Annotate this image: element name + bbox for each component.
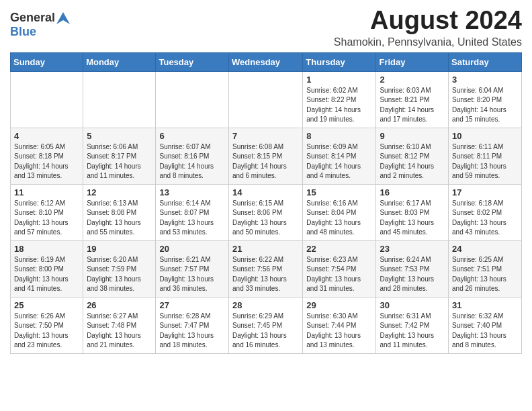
- calendar-cell-w2-d5: 8Sunrise: 6:09 AMSunset: 8:14 PMDaylight…: [303, 128, 376, 184]
- day-number: 12: [87, 187, 152, 197]
- day-number: 24: [452, 244, 518, 254]
- calendar-cell-w3-d6: 16Sunrise: 6:17 AMSunset: 8:03 PMDayligh…: [376, 184, 449, 240]
- week-row-4: 18Sunrise: 6:19 AMSunset: 8:00 PMDayligh…: [11, 240, 522, 297]
- day-info: Sunrise: 6:08 AMSunset: 8:15 PMDaylight:…: [232, 142, 299, 181]
- day-number: 21: [232, 244, 299, 254]
- day-info: Sunrise: 6:16 AMSunset: 8:04 PMDaylight:…: [306, 199, 372, 238]
- header-friday: Friday: [376, 52, 449, 71]
- logo: General Blue: [10, 11, 70, 39]
- header-sunday: Sunday: [11, 52, 83, 71]
- day-info: Sunrise: 6:12 AMSunset: 8:10 PMDaylight:…: [14, 199, 79, 238]
- day-number: 14: [232, 187, 299, 197]
- header-saturday: Saturday: [449, 52, 522, 71]
- calendar-cell-w1-d4: [229, 71, 303, 128]
- calendar-cell-w2-d2: 5Sunrise: 6:06 AMSunset: 8:17 PMDaylight…: [83, 128, 156, 184]
- logo-bird-icon: [56, 12, 70, 24]
- day-info: Sunrise: 6:30 AMSunset: 7:44 PMDaylight:…: [306, 312, 372, 351]
- day-number: 25: [14, 300, 79, 310]
- day-info: Sunrise: 6:05 AMSunset: 8:18 PMDaylight:…: [14, 142, 79, 181]
- day-info: Sunrise: 6:20 AMSunset: 7:59 PMDaylight:…: [87, 255, 152, 294]
- week-row-5: 25Sunrise: 6:26 AMSunset: 7:50 PMDayligh…: [11, 297, 522, 353]
- day-number: 18: [14, 244, 79, 254]
- calendar-cell-w5-d2: 26Sunrise: 6:27 AMSunset: 7:48 PMDayligh…: [83, 297, 156, 353]
- day-info: Sunrise: 6:19 AMSunset: 8:00 PMDaylight:…: [14, 255, 79, 294]
- day-info: Sunrise: 6:28 AMSunset: 7:47 PMDaylight:…: [159, 312, 225, 351]
- day-number: 5: [87, 131, 152, 141]
- calendar-cell-w2-d6: 9Sunrise: 6:10 AMSunset: 8:12 PMDaylight…: [376, 128, 449, 184]
- day-number: 4: [14, 131, 79, 141]
- calendar-cell-w1-d2: [83, 71, 156, 128]
- header-row: Sunday Monday Tuesday Wednesday Thursday…: [11, 52, 522, 71]
- calendar-cell-w3-d3: 13Sunrise: 6:14 AMSunset: 8:07 PMDayligh…: [156, 184, 229, 240]
- title-area: August 2024 Shamokin, Pennsylvania, Unit…: [334, 7, 522, 48]
- day-number: 6: [159, 131, 225, 141]
- calendar-cell-w3-d2: 12Sunrise: 6:13 AMSunset: 8:08 PMDayligh…: [83, 184, 156, 240]
- day-number: 10: [452, 131, 518, 141]
- day-info: Sunrise: 6:17 AMSunset: 8:03 PMDaylight:…: [380, 199, 445, 238]
- day-info: Sunrise: 6:27 AMSunset: 7:48 PMDaylight:…: [87, 312, 152, 351]
- calendar-cell-w4-d1: 18Sunrise: 6:19 AMSunset: 8:00 PMDayligh…: [11, 240, 83, 297]
- header: General Blue August 2024 Shamokin, Penns…: [10, 7, 522, 48]
- day-info: Sunrise: 6:26 AMSunset: 7:50 PMDaylight:…: [14, 312, 79, 351]
- calendar-cell-w5-d4: 28Sunrise: 6:29 AMSunset: 7:45 PMDayligh…: [229, 297, 303, 353]
- svg-marker-0: [56, 12, 70, 24]
- day-number: 30: [380, 300, 445, 310]
- day-info: Sunrise: 6:13 AMSunset: 8:08 PMDaylight:…: [87, 199, 152, 238]
- day-number: 16: [380, 187, 445, 197]
- day-number: 22: [306, 244, 372, 254]
- day-info: Sunrise: 6:22 AMSunset: 7:56 PMDaylight:…: [232, 255, 299, 294]
- day-number: 8: [306, 131, 372, 141]
- calendar-table: Sunday Monday Tuesday Wednesday Thursday…: [10, 52, 522, 354]
- day-number: 15: [306, 187, 372, 197]
- day-number: 13: [159, 187, 225, 197]
- day-number: 26: [87, 300, 152, 310]
- calendar-cell-w2-d3: 6Sunrise: 6:07 AMSunset: 8:16 PMDaylight…: [156, 128, 229, 184]
- day-info: Sunrise: 6:31 AMSunset: 7:42 PMDaylight:…: [380, 312, 445, 351]
- month-year-title: August 2024: [334, 7, 522, 35]
- location-subtitle: Shamokin, Pennsylvania, United States: [334, 36, 522, 48]
- day-info: Sunrise: 6:32 AMSunset: 7:40 PMDaylight:…: [452, 312, 518, 351]
- logo-general-text: General: [10, 11, 55, 25]
- day-info: Sunrise: 6:15 AMSunset: 8:06 PMDaylight:…: [232, 199, 299, 238]
- calendar-header: Sunday Monday Tuesday Wednesday Thursday…: [11, 52, 522, 71]
- day-info: Sunrise: 6:23 AMSunset: 7:54 PMDaylight:…: [306, 255, 372, 294]
- header-monday: Monday: [83, 52, 156, 71]
- calendar-cell-w4-d4: 21Sunrise: 6:22 AMSunset: 7:56 PMDayligh…: [229, 240, 303, 297]
- calendar-cell-w3-d4: 14Sunrise: 6:15 AMSunset: 8:06 PMDayligh…: [229, 184, 303, 240]
- day-number: 9: [380, 131, 445, 141]
- day-info: Sunrise: 6:03 AMSunset: 8:21 PMDaylight:…: [380, 86, 445, 125]
- calendar-cell-w4-d6: 23Sunrise: 6:24 AMSunset: 7:53 PMDayligh…: [376, 240, 449, 297]
- day-number: 27: [159, 300, 225, 310]
- calendar-cell-w5-d6: 30Sunrise: 6:31 AMSunset: 7:42 PMDayligh…: [376, 297, 449, 353]
- day-number: 2: [380, 75, 445, 85]
- calendar-cell-w1-d3: [156, 71, 229, 128]
- day-number: 17: [452, 187, 518, 197]
- calendar-cell-w4-d2: 19Sunrise: 6:20 AMSunset: 7:59 PMDayligh…: [83, 240, 156, 297]
- day-info: Sunrise: 6:06 AMSunset: 8:17 PMDaylight:…: [87, 142, 152, 181]
- day-number: 28: [232, 300, 299, 310]
- day-info: Sunrise: 6:25 AMSunset: 7:51 PMDaylight:…: [452, 255, 518, 294]
- day-number: 3: [452, 75, 518, 85]
- calendar-cell-w1-d1: [11, 71, 83, 128]
- day-info: Sunrise: 6:09 AMSunset: 8:14 PMDaylight:…: [306, 142, 372, 181]
- day-number: 23: [380, 244, 445, 254]
- week-row-2: 4Sunrise: 6:05 AMSunset: 8:18 PMDaylight…: [11, 128, 522, 184]
- calendar-cell-w5-d3: 27Sunrise: 6:28 AMSunset: 7:47 PMDayligh…: [156, 297, 229, 353]
- calendar-cell-w4-d7: 24Sunrise: 6:25 AMSunset: 7:51 PMDayligh…: [449, 240, 522, 297]
- day-number: 20: [159, 244, 225, 254]
- day-number: 1: [306, 75, 372, 85]
- day-info: Sunrise: 6:10 AMSunset: 8:12 PMDaylight:…: [380, 142, 445, 181]
- day-info: Sunrise: 6:18 AMSunset: 8:02 PMDaylight:…: [452, 199, 518, 238]
- week-row-3: 11Sunrise: 6:12 AMSunset: 8:10 PMDayligh…: [11, 184, 522, 240]
- day-info: Sunrise: 6:07 AMSunset: 8:16 PMDaylight:…: [159, 142, 225, 181]
- day-number: 29: [306, 300, 372, 310]
- header-wednesday: Wednesday: [229, 52, 303, 71]
- calendar-body: 1Sunrise: 6:02 AMSunset: 8:22 PMDaylight…: [11, 71, 522, 353]
- calendar-cell-w1-d5: 1Sunrise: 6:02 AMSunset: 8:22 PMDaylight…: [303, 71, 376, 128]
- logo-blue-text: Blue: [10, 25, 36, 39]
- day-info: Sunrise: 6:02 AMSunset: 8:22 PMDaylight:…: [306, 86, 372, 125]
- header-thursday: Thursday: [303, 52, 376, 71]
- calendar-cell-w2-d1: 4Sunrise: 6:05 AMSunset: 8:18 PMDaylight…: [11, 128, 83, 184]
- header-tuesday: Tuesday: [156, 52, 229, 71]
- day-info: Sunrise: 6:04 AMSunset: 8:20 PMDaylight:…: [452, 86, 518, 125]
